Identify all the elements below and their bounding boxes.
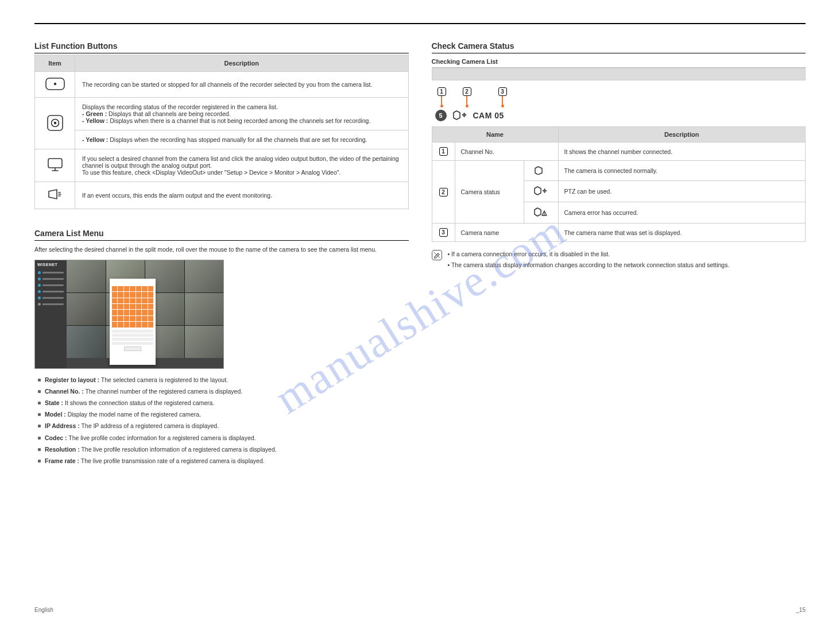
camera-list-menu-section: Camera List Menu After selecting the des… <box>34 225 409 465</box>
note-icon <box>432 250 442 260</box>
context-menu-dialog <box>110 279 156 365</box>
table-row: 2 Camera status The camera is connected … <box>432 161 806 181</box>
rec-button-icon <box>45 78 65 91</box>
note-item: • If a camera connection error occurs, i… <box>448 250 730 259</box>
svg-rect-5 <box>48 159 62 168</box>
cam-ptz-icon <box>533 190 548 197</box>
list-item: Model : Display the model name of the re… <box>38 410 409 418</box>
cell-desc: If you select a desired channel from the… <box>75 149 409 182</box>
th-desc: Description <box>75 55 409 72</box>
cam-ptz-icon <box>452 109 467 122</box>
right-section-title: Check Camera Status <box>432 38 806 53</box>
list-item: Resolution : The live profile resolution… <box>38 445 409 453</box>
channel-badge: 5 <box>435 110 447 121</box>
two-column-layout: List Function Buttons Item Description T… <box>34 38 806 468</box>
callout-num-1: 1 <box>438 87 446 96</box>
camera-menu-bullets: Register to layout : The selected camera… <box>38 376 409 465</box>
desc-text: To use this feature, check <Display Vide… <box>82 169 340 176</box>
cell-name: Camera name <box>455 224 558 242</box>
function-buttons-table: Item Description The recording can be st… <box>34 55 409 209</box>
desc-text: Displays the recording status of the rec… <box>82 103 278 110</box>
th-name: Name <box>432 127 558 142</box>
section2-desc: After selecting the desired channel in t… <box>34 245 409 254</box>
right-sub-title: Checking Camera List <box>432 55 806 68</box>
list-item: IP Address : The IP address of a registe… <box>38 422 409 430</box>
cell-desc: The camera name that was set is displaye… <box>558 224 806 242</box>
thumb-brand: WISENET <box>35 260 67 269</box>
footer-left: English <box>34 607 53 613</box>
cell-desc: Camera error has occurred. <box>558 202 806 224</box>
desc-text: If you select a desired channel from the… <box>82 155 399 169</box>
desc-text: Displays when the recording has stopped … <box>108 136 367 143</box>
cam-error-icon <box>533 211 548 218</box>
table-row: 1 Channel No. It shows the channel numbe… <box>432 142 806 161</box>
note-block: • If a camera connection error occurs, i… <box>432 250 806 271</box>
desc-label: - Yellow : <box>82 117 108 124</box>
section2-title: Camera List Menu <box>34 225 409 241</box>
callout-num-3: 3 <box>498 87 507 96</box>
screenshot-thumbnail: WISENET <box>34 260 224 369</box>
desc-label: - Yellow : <box>82 136 108 143</box>
desc-label: - Green : <box>82 110 107 117</box>
svg-point-4 <box>53 121 56 124</box>
desc-text: Displays that all channels are being rec… <box>107 110 230 117</box>
cell-desc: Displays the recording status of the rec… <box>75 98 409 130</box>
cell-desc: The recording can be started or stopped … <box>75 72 409 98</box>
row-num-1: 1 <box>439 147 448 156</box>
th-item: Item <box>35 55 75 72</box>
cell-name: Camera status <box>455 161 524 224</box>
footer-right: _15 <box>796 607 806 613</box>
table-row: If an event occurs, this ends the alarm … <box>35 182 409 209</box>
callout-num-2: 2 <box>463 87 471 96</box>
note-item: • The camera status display information … <box>448 261 730 269</box>
monitor-icon <box>47 157 64 174</box>
th-desc: Description <box>558 127 806 142</box>
cell-desc: It shows the channel number connected. <box>558 142 806 161</box>
left-section-title: List Function Buttons <box>34 38 409 53</box>
cell-desc: The camera is connected normally. <box>558 161 806 181</box>
alarm-stop-icon <box>47 188 64 203</box>
row-num-3: 3 <box>439 228 448 237</box>
table-row: 3 Camera name The camera name that was s… <box>432 224 806 242</box>
cell-name: Channel No. <box>455 142 558 161</box>
list-item: Frame rate : The live profile transmissi… <box>38 457 409 465</box>
page-top-rule <box>34 23 806 24</box>
right-column: Check Camera Status Checking Camera List… <box>432 38 806 468</box>
list-item: Channel No. : The channel number of the … <box>38 387 409 395</box>
camera-row-callout: 1 2 3 5 CAM 05 <box>435 87 806 121</box>
cell-desc: PTZ can be used. <box>558 181 806 202</box>
gray-header-bar <box>432 68 806 80</box>
desc-text: Displays when there is a channel that is… <box>108 117 370 124</box>
table-row: - Yellow : Displays when the recording h… <box>35 130 409 149</box>
cell-desc: - Yellow : Displays when the recording h… <box>75 130 409 149</box>
row-num-2: 2 <box>439 188 448 197</box>
camera-name-label: CAM 05 <box>473 111 504 120</box>
table-row: The recording can be started or stopped … <box>35 72 409 98</box>
list-item: Codec : The live profile codec informati… <box>38 434 409 442</box>
svg-point-1 <box>53 83 56 85</box>
list-item: Register to layout : The selected camera… <box>38 376 409 384</box>
table-row: If you select a desired channel from the… <box>35 149 409 182</box>
cell-desc: If an event occurs, this ends the alarm … <box>75 182 409 209</box>
page-footer: English _15 <box>34 607 806 613</box>
camera-status-table: Name Description 1 Channel No. It shows … <box>432 126 806 242</box>
left-column: List Function Buttons Item Description T… <box>34 38 409 468</box>
svg-point-7 <box>544 214 545 215</box>
table-row: Displays the recording status of the rec… <box>35 98 409 130</box>
cam-normal-icon <box>534 169 548 176</box>
rec-indicator-icon <box>47 114 64 133</box>
list-item: State : It shows the connection status o… <box>38 399 409 407</box>
